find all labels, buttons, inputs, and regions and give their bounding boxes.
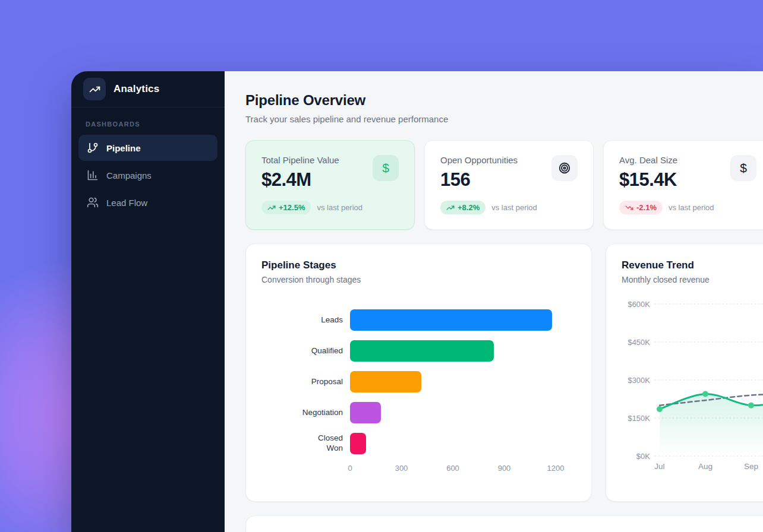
y-tick-label: $0K bbox=[636, 452, 650, 461]
bar-row: Qualified bbox=[261, 335, 576, 366]
stat-card-open-opportunities[interactable]: Open Opportunities156+8.2%vs last period bbox=[424, 140, 594, 230]
bar-row: Negotiation bbox=[261, 397, 576, 428]
sidebar-item-label: Lead Flow bbox=[106, 198, 147, 208]
stats-row: Total Pipeline Value$2.4M+12.5%vs last p… bbox=[245, 140, 763, 230]
page-subtitle: Track your sales pipeline and revenue pe… bbox=[245, 114, 763, 124]
change-badge: +12.5% bbox=[261, 201, 311, 214]
trending-up-icon bbox=[446, 204, 455, 212]
main-content: Pipeline Overview Track your sales pipel… bbox=[225, 71, 763, 532]
compare-label: vs last period bbox=[317, 203, 362, 212]
sidebar-nav: PipelineCampaignsLead Flow bbox=[71, 135, 225, 216]
sidebar-item-campaigns[interactable]: Campaigns bbox=[78, 162, 217, 188]
x-axis-tick: 0 bbox=[348, 464, 352, 473]
change-value: -2.1% bbox=[636, 203, 657, 212]
charts-row: Pipeline Stages Conversion through stage… bbox=[245, 243, 763, 502]
change-value: +8.2% bbox=[458, 203, 480, 212]
bar bbox=[350, 433, 366, 454]
trending-down-icon bbox=[625, 204, 633, 212]
bar-track bbox=[350, 371, 556, 392]
bar-track bbox=[350, 340, 556, 362]
sidebar-item-label: Campaigns bbox=[106, 170, 152, 180]
sidebar-item-pipeline[interactable]: Pipeline bbox=[78, 135, 217, 161]
data-point bbox=[657, 406, 663, 412]
line-chart: $0K$150K$300K$450K$600KJulAugSep bbox=[622, 297, 763, 477]
bar-row: Proposal bbox=[261, 366, 576, 397]
chart-subtitle: Conversion through stages bbox=[261, 275, 576, 284]
bottom-card-partially-visible bbox=[245, 515, 763, 532]
x-axis-tick: 300 bbox=[395, 464, 408, 473]
stat-card-total-pipeline-value[interactable]: Total Pipeline Value$2.4M+12.5%vs last p… bbox=[245, 140, 415, 230]
bar bbox=[350, 340, 494, 362]
bar-category-label: Negotiation bbox=[261, 408, 350, 418]
stat-card-avg-deal-size[interactable]: Avg. Deal Size$15.4K-2.1%vs last period$ bbox=[603, 140, 763, 230]
bar-category-label: Closed Won bbox=[261, 433, 350, 454]
git-branch-icon bbox=[87, 142, 99, 154]
stat-meta: +12.5%vs last period bbox=[261, 201, 399, 214]
x-axis-tick: 1200 bbox=[547, 464, 565, 473]
data-point bbox=[748, 403, 754, 408]
bar-category-label: Qualified bbox=[261, 346, 350, 356]
bar-chart-icon bbox=[87, 169, 99, 181]
stat-meta: +8.2%vs last period bbox=[440, 201, 578, 214]
change-badge: -2.1% bbox=[619, 201, 663, 214]
bar-track bbox=[350, 433, 556, 454]
bar-chart: LeadsQualifiedProposalNegotiationClosed … bbox=[261, 305, 576, 459]
page-header: Pipeline Overview Track your sales pipel… bbox=[245, 92, 763, 124]
bar-chart-axis: 03006009001200 bbox=[261, 464, 576, 474]
chart-title: Revenue Trend bbox=[622, 259, 763, 271]
dollar-icon: $ bbox=[730, 155, 756, 181]
sidebar-item-lead-flow[interactable]: Lead Flow bbox=[78, 189, 217, 216]
chart-title: Pipeline Stages bbox=[261, 259, 576, 271]
y-tick-label: $300K bbox=[628, 376, 650, 385]
bar bbox=[350, 309, 552, 331]
page-title: Pipeline Overview bbox=[245, 92, 763, 109]
app-window: Analytics DASHBOARDS PipelineCampaignsLe… bbox=[71, 71, 763, 532]
x-tick-label: Sep bbox=[744, 462, 758, 471]
stat-meta: -2.1%vs last period bbox=[619, 201, 756, 214]
target-icon bbox=[551, 155, 578, 181]
change-value: +12.5% bbox=[279, 203, 305, 212]
chart-subtitle: Monthly closed revenue bbox=[622, 275, 763, 284]
bar bbox=[350, 371, 421, 392]
x-tick-label: Aug bbox=[698, 462, 712, 471]
bar-category-label: Proposal bbox=[261, 377, 350, 387]
y-tick-label: $150K bbox=[628, 414, 650, 423]
users-icon bbox=[87, 197, 99, 208]
axis-track: 03006009001200 bbox=[350, 464, 556, 474]
x-axis-tick: 600 bbox=[446, 464, 459, 473]
y-tick-label: $600K bbox=[628, 300, 650, 309]
x-tick-label: Jul bbox=[654, 462, 664, 471]
bar-track bbox=[350, 309, 556, 331]
nav-section-label: DASHBOARDS bbox=[71, 107, 225, 135]
brand-name: Analytics bbox=[113, 83, 159, 95]
compare-label: vs last period bbox=[491, 203, 537, 212]
bar-track bbox=[350, 402, 556, 423]
sidebar-item-label: Pipeline bbox=[106, 143, 141, 153]
bar-row: Leads bbox=[261, 305, 576, 335]
pipeline-stages-card: Pipeline Stages Conversion through stage… bbox=[245, 243, 592, 502]
bar bbox=[350, 402, 381, 423]
dollar-icon: $ bbox=[373, 155, 399, 181]
bar-category-label: Leads bbox=[261, 315, 350, 325]
x-axis-tick: 900 bbox=[498, 464, 511, 473]
trending-up-logo-icon bbox=[83, 78, 106, 100]
sidebar: Analytics DASHBOARDS PipelineCampaignsLe… bbox=[71, 71, 225, 532]
trending-up-icon bbox=[267, 204, 276, 212]
brand: Analytics bbox=[71, 71, 225, 107]
change-badge: +8.2% bbox=[440, 201, 485, 214]
compare-label: vs last period bbox=[669, 203, 714, 212]
bar-row: Closed Won bbox=[261, 428, 576, 459]
y-tick-label: $450K bbox=[628, 338, 650, 347]
revenue-trend-card: Revenue Trend Monthly closed revenue $0K… bbox=[606, 243, 763, 502]
data-point bbox=[702, 391, 708, 397]
